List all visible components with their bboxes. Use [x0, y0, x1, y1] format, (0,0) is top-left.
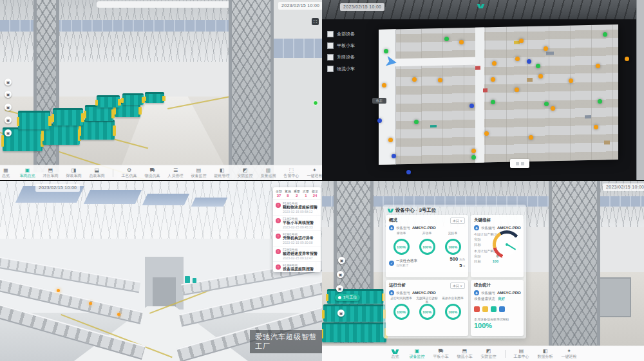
toolbar-item-2[interactable]: ▣设备监控 — [410, 349, 425, 358]
equipment-marker-5[interactable]: ▣ — [5, 129, 12, 136]
alarm-tab-5[interactable]: 提示24 — [312, 189, 318, 198]
device-status-dot-orange[interactable] — [438, 78, 442, 82]
toolbar-item-14[interactable]: ✦一键巡检 — [307, 168, 322, 178]
checkbox[interactable] — [327, 31, 334, 37]
alarm-tab-4[interactable]: 次要1 — [303, 189, 309, 198]
range-select[interactable]: 本日 ∨ — [450, 282, 465, 289]
range-select[interactable]: 本日 ∨ — [450, 218, 465, 224]
toolbar-item-10[interactable]: ◧能耗管理 — [214, 168, 229, 178]
alarm-list-item-3[interactable]: !F2层1号线升降机构运行异常2023-02-15 09:30:08 — [273, 231, 321, 246]
checkbox[interactable] — [327, 66, 334, 72]
device-status-dot-orange[interactable] — [515, 57, 520, 61]
toolbar-item-8[interactable]: ✦一键巡检 — [562, 349, 577, 358]
toolbar-item-6[interactable]: ⚙工艺仿真 — [122, 168, 137, 178]
toolbar-item-4[interactable]: ◨焊装车间 — [66, 168, 81, 178]
device-status-dot-blue[interactable] — [527, 59, 531, 64]
alarm-list-item-5[interactable]: !F1层4号线设备温度超限报警2023-02-15 08:58:21 — [273, 262, 321, 272]
device-status-dot-green[interactable] — [444, 37, 449, 41]
toolbar-item-7[interactable]: ⛟物流仿真 — [145, 168, 160, 178]
checkbox[interactable] — [327, 42, 334, 49]
toolbar-item-13[interactable]: ⬚告警中心 — [284, 168, 299, 178]
quadrant-3d-overview[interactable]: ▣▣▣▣▣ 2023/02/15 10:00 ⛶ ▦总览▣车间总览⬒冲压车间◨焊… — [0, 0, 322, 180]
zoom-out-icon[interactable] — [521, 162, 524, 165]
checkbox[interactable] — [327, 54, 334, 60]
zoom-in-icon[interactable] — [516, 162, 519, 165]
toolbar-item-2[interactable]: ▣车间总览 — [20, 168, 35, 178]
equipment-marker-3[interactable]: ▣ — [5, 104, 12, 111]
device-status-dot-blue[interactable] — [406, 170, 411, 174]
device-status-dot-orange[interactable] — [544, 46, 548, 51]
quadrant-alarm-view[interactable]: 2023/02/15 10:00 全部37紧急8重要2次要1提示24 !F1层1… — [0, 181, 322, 361]
device-status-dot-blue[interactable] — [469, 104, 474, 108]
device-status-dot-orange[interactable] — [492, 61, 497, 66]
device-status-dot-orange[interactable] — [596, 64, 600, 68]
alarm-tab-3[interactable]: 重要2 — [294, 189, 300, 198]
legend-item-4[interactable]: 物流小车 — [327, 66, 389, 72]
warning-icon[interactable] — [482, 306, 488, 312]
toolbar-item-9[interactable]: ▤设备监控 — [191, 168, 206, 178]
info-icon[interactable] — [499, 306, 505, 312]
fullscreen-icon[interactable]: ⛶ — [312, 18, 319, 25]
toolbar-item-11[interactable]: ◩安防监控 — [238, 168, 252, 178]
map-zoom-control[interactable] — [510, 159, 529, 168]
equipment-marker-4[interactable]: ▣ — [5, 116, 12, 124]
device-status-dot-blue[interactable] — [377, 118, 382, 123]
device-status-dot-green[interactable] — [491, 100, 495, 104]
equipment-marker-2[interactable]: ▣ — [337, 271, 344, 278]
device-status-dot-orange[interactable] — [551, 106, 555, 111]
alarm-list-item-1[interactable]: !F1层1号线颗粒物浓度超标报警2023-02-15 09:58:12 — [273, 200, 321, 216]
device-status-dot-green[interactable] — [471, 155, 476, 160]
quadrant-map-view[interactable]: 全部设备平板小车升降设备物流小车 收起 2023/02/15 10:00 — [322, 0, 644, 180]
device-status-dot-orange[interactable] — [484, 131, 489, 136]
equipment-marker-1[interactable]: ▣ — [338, 257, 345, 264]
toolbar-item-6[interactable]: ▤工单中心 — [514, 349, 529, 358]
legend-item-3[interactable]: 升降设备 — [327, 54, 389, 60]
legend-item-1[interactable]: 全部设备 — [327, 31, 389, 37]
device-status-dot-orange[interactable] — [412, 77, 417, 82]
toolbar-item-4[interactable]: ⬒物流小车 — [457, 349, 473, 358]
device-status-dot-orange[interactable] — [459, 40, 464, 44]
alarm-list-item-4[interactable]: !F2层3号线输送链速度异常报警2023-02-15 09:12:47 — [273, 246, 321, 262]
equipment-marker-2[interactable]: ▣ — [5, 91, 12, 98]
run-icon[interactable] — [491, 306, 497, 312]
device-status-dot-green[interactable] — [598, 99, 602, 104]
alarm-panel[interactable]: 全部37紧急8重要2次要1提示24 !F1层1号线颗粒物浓度超标报警2023-0… — [273, 187, 321, 272]
equipment-marker-4[interactable]: ▣ — [337, 310, 345, 317]
device-status-dot-green[interactable] — [603, 32, 607, 37]
toolbar-item-3[interactable]: ⬒冲压车间 — [43, 168, 58, 178]
toolbar-item-5[interactable]: ⬓总装车间 — [90, 168, 104, 178]
device-status-dot-orange[interactable] — [515, 88, 519, 92]
toolbar-item-3[interactable]: ⛟平板小车 — [433, 349, 449, 358]
toolbar-item-8[interactable]: ☰人员管理 — [168, 168, 183, 178]
equipment-marker-1[interactable]: ▣ — [5, 79, 12, 86]
device-status-dot-orange[interactable] — [538, 74, 543, 79]
device-status-dot-orange[interactable] — [382, 83, 386, 88]
alarm-tab-1[interactable]: 全部37 — [276, 189, 282, 198]
device-status-dot-orange[interactable] — [388, 138, 393, 142]
alarm-icon[interactable] — [474, 306, 480, 312]
device-status-dot-orange[interactable] — [594, 125, 598, 129]
toolbar-item-5[interactable]: ◩安防监控 — [481, 349, 497, 358]
equipment-dashboard-panel[interactable]: 设备中心 · 3号工位 概况 本日 ∨ ◈ 设备型号 AMSYC-PRO 稼动率… — [383, 205, 526, 338]
device-status-dot-orange[interactable] — [491, 77, 495, 82]
device-status-dot-orange[interactable] — [471, 149, 476, 153]
quadrant-equipment-dashboard[interactable]: ▣▣▣▣ 3号工位 设备中心 · 3号工位 概况 本日 ∨ ◈ 设备型号 AMS… — [322, 181, 644, 361]
device-status-dot-orange[interactable] — [529, 135, 533, 140]
alarm-list-item-2[interactable]: !F1层2号线平板小车离线报警2023-02-15 09:45:33 — [273, 216, 321, 231]
toolbar-item-1[interactable]: ▦总览 — [0, 168, 12, 178]
device-status-dot-green[interactable] — [536, 64, 540, 68]
station-tag[interactable]: 3号工位 — [335, 294, 360, 301]
device-status-dot-blue[interactable] — [392, 154, 396, 158]
toolbar-item-7[interactable]: ◧数据分析 — [538, 349, 553, 358]
device-status-dot-green[interactable] — [544, 102, 549, 106]
device-status-dot-orange[interactable] — [519, 39, 524, 43]
alarm-tab-2[interactable]: 紧急8 — [285, 189, 291, 198]
legend-item-2[interactable]: 平板小车 — [327, 42, 389, 49]
legend-collapse-button[interactable]: 收起 — [372, 98, 386, 104]
toolbar-item-1[interactable]: 总览 — [390, 349, 401, 358]
equipment-marker-3[interactable]: ▣ — [336, 285, 343, 292]
device-status-dot-orange[interactable] — [569, 79, 573, 83]
device-status-dot-green[interactable] — [414, 120, 419, 124]
device-status-dot-orange[interactable] — [625, 57, 629, 61]
toolbar-item-12[interactable]: ▥质量追溯 — [261, 168, 276, 178]
